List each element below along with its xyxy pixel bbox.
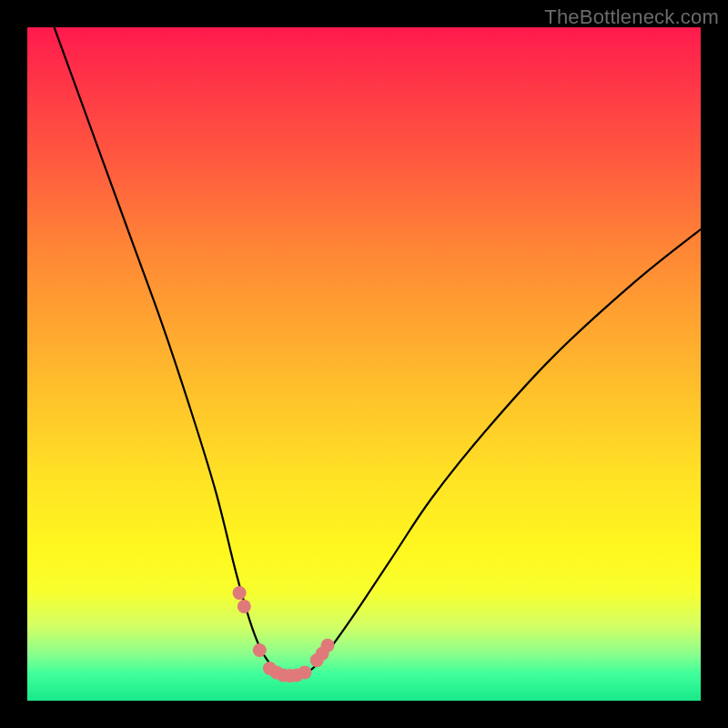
curve-layer: [27, 27, 701, 701]
plot-area: [27, 27, 701, 701]
bottleneck-curve: [55, 27, 701, 676]
highlight-point: [321, 639, 335, 652]
watermark-text: TheBottleneck.com: [544, 5, 719, 29]
highlight-point: [253, 643, 267, 657]
highlight-point: [233, 586, 247, 600]
highlight-point: [238, 600, 251, 613]
highlight-point: [298, 665, 311, 679]
chart-frame: TheBottleneck.com: [0, 0, 728, 728]
highlight-markers: [233, 586, 335, 682]
